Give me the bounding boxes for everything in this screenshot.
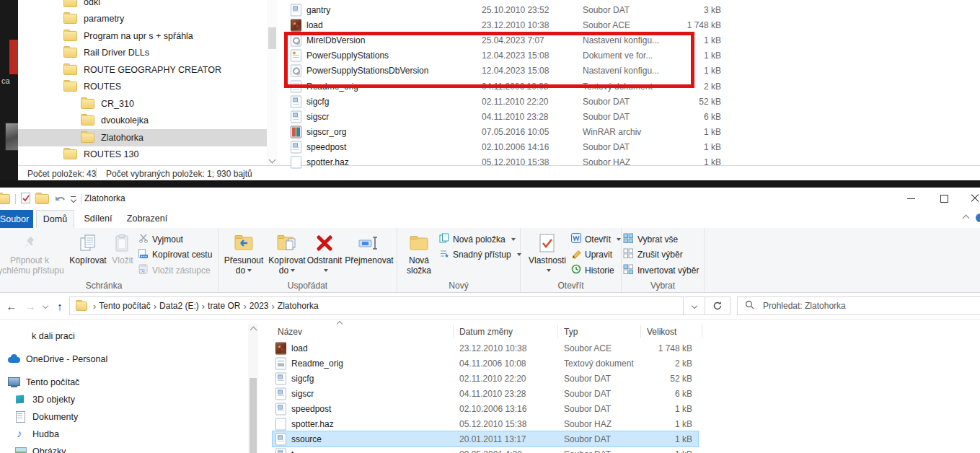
properties-qat-icon[interactable] [21, 193, 30, 206]
sidebar-item[interactable]: OneDrive - Personal [0, 351, 248, 368]
tab-view[interactable]: Zobrazení [121, 210, 173, 227]
table-row[interactable]: spotter.haz 05.12.2010 15:38 Soubor HAZ … [273, 416, 698, 431]
table-row[interactable]: speedpost 02.10.2006 14:16 Soubor DAT 1 … [288, 140, 721, 155]
table-row[interactable]: MirelDbVersion 25.04.2023 7:07 Nastavení… [288, 32, 721, 48]
help-icon[interactable] [976, 214, 980, 222]
undo-icon[interactable] [54, 193, 66, 206]
table-row[interactable]: PowerSupplyStations 12.04.2023 15:08 Dok… [288, 48, 721, 63]
tree-item[interactable]: parametry [18, 11, 270, 28]
table-row[interactable]: sigcfg 02.11.2010 22:20 Soubor DAT 52 kB [288, 94, 721, 109]
recent-locations-chevron-icon[interactable] [40, 296, 51, 316]
invert-selection-button[interactable]: Invertovat výběr [623, 263, 699, 278]
breadcrumb-item[interactable]: 2023 [250, 301, 269, 311]
column-divider[interactable] [640, 325, 641, 338]
rename-button[interactable]: Přejmenovat [344, 231, 394, 265]
select-none-button[interactable]: Zrušit výběr [623, 247, 699, 263]
new-folder-button[interactable]: Nová složka [402, 231, 436, 276]
scrollbar-down-arrow[interactable] [269, 157, 276, 164]
table-row[interactable]: sigcfg 02.11.2010 22:20 Soubor DAT 52 kB [273, 371, 698, 386]
tree-item[interactable]: Program na upr s + spřáhla [18, 27, 270, 45]
table-row[interactable]: spotter.haz 05.12.2010 15:38 Soubor HAZ … [288, 155, 721, 170]
table-row[interactable]: gantry 25.10.2010 23:52 Soubor DAT 3 kB [288, 2, 721, 17]
column-header-name[interactable]: Název [278, 327, 302, 337]
scrollbar-thumb[interactable] [268, 27, 276, 49]
maximize-button[interactable] [927, 188, 961, 209]
move-to-button[interactable]: Přesunout do [221, 231, 266, 276]
qat-customize-chevron-icon[interactable] [71, 196, 76, 203]
tab-file[interactable]: Soubor [0, 210, 33, 228]
copy-to-button[interactable]: Kopírovat do [266, 231, 308, 276]
sidebar-item[interactable]: 3D objekty [0, 391, 248, 408]
table-row[interactable]: Readme_orig 04.11.2006 10:08 Textový dok… [288, 79, 721, 94]
back-button[interactable]: ← [3, 296, 20, 316]
address-dropdown-button[interactable] [684, 296, 705, 315]
table-row[interactable]: t... 09.05.2001 4:20 Soubor DAT 1 kB [273, 447, 698, 453]
table-row[interactable]: sigscr 04.11.2010 23:28 Soubor DAT 6 kB [288, 109, 721, 124]
copy-button[interactable]: Kopírovat [69, 231, 107, 265]
sidebar-item[interactable]: k dali praci [0, 327, 248, 345]
tree-item[interactable]: Zlatohorka [18, 129, 270, 146]
dropdown-caret-icon [511, 238, 516, 241]
tab-share[interactable]: Sdílení [79, 210, 117, 227]
address-bar[interactable]: ›Tento počítač›Data2 (E:)›trate OR›2023›… [69, 296, 684, 315]
table-row[interactable]: Readme_orig 04.11.2006 10:08 Textový dok… [273, 356, 698, 371]
new-item-button[interactable]: Nová položka [439, 232, 521, 247]
breadcrumb-item[interactable]: trate OR [208, 301, 240, 311]
select-all-button[interactable]: Vybrat vše [623, 232, 699, 247]
delete-button[interactable]: Odstranit [306, 231, 343, 276]
collapse-ribbon-chevron-icon[interactable] [963, 215, 970, 222]
tree-item[interactable]: CR_310 [18, 95, 270, 113]
sidebar-scrollbar[interactable] [248, 324, 258, 453]
tab-home[interactable]: Domů [36, 210, 74, 228]
tree-item[interactable]: ROUTES 130 [18, 146, 270, 164]
scrollbar-up-arrow[interactable] [250, 327, 257, 334]
sidebar-item[interactable]: Tento počítač [0, 374, 248, 391]
column-divider[interactable] [557, 325, 558, 338]
copy-path-button[interactable]: Kopírovat cestu [138, 247, 212, 263]
open-button[interactable]: Otevřít [571, 232, 621, 247]
scrollbar-thumb[interactable] [250, 378, 257, 453]
easy-access-button[interactable]: Snadný přístup [439, 247, 521, 263]
column-header-date[interactable]: Datum změny [459, 327, 513, 337]
properties-button[interactable]: Vlastnosti [528, 231, 567, 276]
minimize-button[interactable] [894, 188, 927, 209]
table-row[interactable]: ssource 20.01.2011 13:17 Soubor DAT 1 kB [273, 431, 698, 447]
paste-shortcut-button[interactable]: Vložit zástupce [138, 263, 212, 278]
sidebar-item[interactable]: Obrázky [0, 443, 248, 453]
edit-button[interactable]: Upravit [571, 247, 621, 263]
column-divider[interactable] [702, 325, 702, 338]
new-folder-qat-icon[interactable] [35, 194, 49, 204]
sidebar-item[interactable]: Dokumenty [0, 408, 248, 426]
column-divider[interactable] [453, 325, 454, 338]
history-button[interactable]: Historie [571, 263, 621, 278]
forward-button[interactable]: → [22, 296, 39, 316]
tree-item[interactable]: ROUTES [18, 79, 270, 96]
sidebar-item[interactable]: Hudba [0, 426, 248, 443]
search-input[interactable] [762, 300, 945, 312]
column-header-type[interactable]: Typ [564, 327, 578, 337]
table-row[interactable]: load 23.12.2010 10:38 Soubor ACE 1 748 k… [273, 340, 698, 356]
tree-item[interactable]: ROUTE GEOGRAPHY CREATOR [18, 61, 270, 79]
sidebar-item-icon [14, 330, 27, 342]
breadcrumb-item[interactable]: Zlatohorka [278, 301, 319, 311]
cut-button[interactable]: Vyjmout [138, 232, 212, 247]
tree-item[interactable]: odki [18, 0, 270, 11]
tree-scrollbar[interactable] [267, 0, 278, 167]
refresh-button[interactable] [705, 296, 730, 315]
close-button[interactable] [961, 188, 980, 209]
pin-to-quick-access-button[interactable]: Připnout k rychlému přístupu [0, 231, 68, 276]
breadcrumb-item[interactable]: Data2 (E:) [159, 301, 199, 311]
folder-icon [63, 82, 77, 92]
table-row[interactable]: speedpost 02.10.2006 13:16 Soubor DAT 1 … [273, 401, 698, 416]
table-row[interactable]: sigscr 04.11.2010 23:28 Soubor DAT 6 kB [273, 386, 698, 401]
tree-item[interactable]: dvoukolejka [18, 113, 270, 130]
table-row[interactable]: load 23.12.2010 10:38 Soubor ACE 1 748 k… [288, 17, 721, 32]
table-row[interactable]: sigscr_org 07.05.2016 10:05 WinRAR archi… [288, 125, 721, 140]
paste-button[interactable]: Vložit [108, 231, 137, 265]
search-box[interactable] [737, 296, 980, 315]
up-button[interactable]: ↑ [52, 296, 68, 316]
tree-item[interactable]: Rail Driver DLLs [18, 45, 270, 62]
table-row[interactable]: PowerSupplyStationsDbVersion 12.04.2023 … [288, 63, 721, 79]
column-header-size[interactable]: Velikost [647, 327, 676, 337]
breadcrumb-item[interactable]: Tento počítač [99, 301, 150, 311]
